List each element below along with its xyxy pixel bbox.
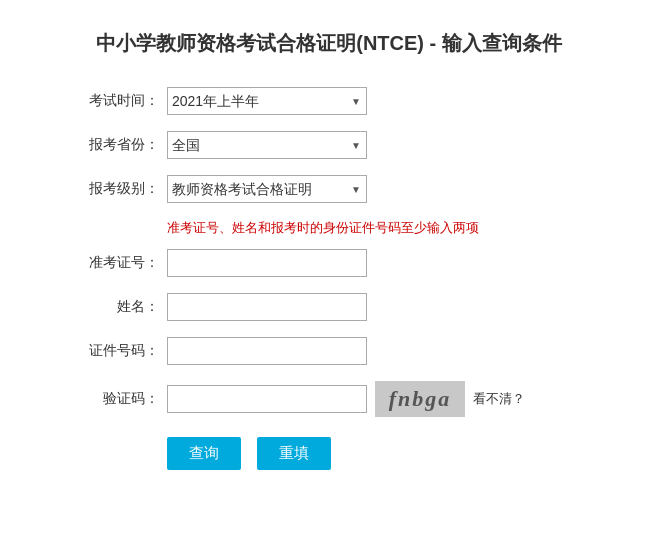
exam-province-label: 报考省份 <box>69 136 159 154</box>
id-number-label: 证件号码 <box>69 342 159 360</box>
exam-time-label: 考试时间 <box>69 92 159 110</box>
captcha-row: 验证码 fnbga 看不清？ <box>69 381 589 417</box>
exam-number-label: 准考证号 <box>69 254 159 272</box>
exam-number-control <box>167 249 589 277</box>
name-control <box>167 293 589 321</box>
exam-time-select-wrapper: 2021年上半年 2020年下半年 2020年上半年 <box>167 87 367 115</box>
id-number-control <box>167 337 589 365</box>
exam-level-label: 报考级别 <box>69 180 159 198</box>
error-message: 准考证号、姓名和报考时的身份证件号码至少输入两项 <box>167 219 589 237</box>
captcha-input[interactable] <box>167 385 367 413</box>
id-number-input[interactable] <box>167 337 367 365</box>
page-title: 中小学教师资格考试合格证明(NTCE) - 输入查询条件 <box>30 30 628 57</box>
exam-level-row: 报考级别 教师资格考试合格证明 幼儿园 小学 初级中学 高级中学 <box>69 175 589 203</box>
id-number-row: 证件号码 <box>69 337 589 365</box>
page-wrapper: 中小学教师资格考试合格证明(NTCE) - 输入查询条件 考试时间 2021年上… <box>0 0 658 544</box>
form-container: 考试时间 2021年上半年 2020年下半年 2020年上半年 报考省份 全国 <box>69 87 589 470</box>
captcha-refresh-link[interactable]: 看不清？ <box>473 390 525 408</box>
captcha-label: 验证码 <box>69 390 159 408</box>
captcha-control: fnbga 看不清？ <box>167 381 589 417</box>
exam-number-input[interactable] <box>167 249 367 277</box>
button-row: 查询 重填 <box>167 437 589 470</box>
query-button[interactable]: 查询 <box>167 437 241 470</box>
exam-province-select[interactable]: 全国 北京 上海 广东 <box>167 131 367 159</box>
exam-province-row: 报考省份 全国 北京 上海 广东 <box>69 131 589 159</box>
exam-province-select-wrapper: 全国 北京 上海 广东 <box>167 131 367 159</box>
exam-level-select[interactable]: 教师资格考试合格证明 幼儿园 小学 初级中学 高级中学 <box>167 175 367 203</box>
reset-button[interactable]: 重填 <box>257 437 331 470</box>
name-label: 姓名 <box>69 298 159 316</box>
exam-province-control: 全国 北京 上海 广东 <box>167 131 589 159</box>
exam-number-row: 准考证号 <box>69 249 589 277</box>
captcha-text: fnbga <box>389 386 452 412</box>
captcha-image[interactable]: fnbga <box>375 381 465 417</box>
exam-time-control: 2021年上半年 2020年下半年 2020年上半年 <box>167 87 589 115</box>
exam-time-row: 考试时间 2021年上半年 2020年下半年 2020年上半年 <box>69 87 589 115</box>
exam-level-select-wrapper: 教师资格考试合格证明 幼儿园 小学 初级中学 高级中学 <box>167 175 367 203</box>
name-input[interactable] <box>167 293 367 321</box>
exam-time-select[interactable]: 2021年上半年 2020年下半年 2020年上半年 <box>167 87 367 115</box>
exam-level-control: 教师资格考试合格证明 幼儿园 小学 初级中学 高级中学 <box>167 175 589 203</box>
name-row: 姓名 <box>69 293 589 321</box>
